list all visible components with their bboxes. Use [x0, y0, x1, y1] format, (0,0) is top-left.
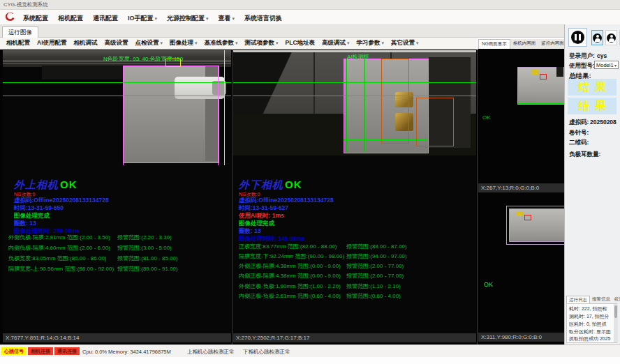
- measurement-value: 隔膜宽度-上:90.56mm 范围:(88.00 - 92.00): [8, 265, 114, 273]
- view-separator: [232, 50, 232, 344]
- user-login-button[interactable]: [591, 30, 603, 45]
- reference-line-green: [3, 63, 231, 64]
- cpu-memory-readout: Cpu: 0.0% Memory: 3424.41796875M: [82, 349, 171, 355]
- pixel-coords-readout: X:311,Y:980;R:0;G:0;B:0: [478, 333, 564, 342]
- toolbar-item-plc-address-table[interactable]: PLC地址表: [282, 39, 319, 47]
- block-notch: [556, 67, 563, 77]
- tab-ng-display[interactable]: NG画面显示: [478, 39, 510, 49]
- measurement-row: 内侧负极-隔膜:4.60mm 范围:(2.00 - 6.00) 报警范围:(3.…: [3, 244, 231, 252]
- menu-item-comm-config[interactable]: 通讯配置: [89, 13, 121, 24]
- measurement-value: 负极宽度:83.05mm 范围:(80.00 - 86.00): [8, 255, 107, 262]
- measurement-value: 外侧负极-隔膜:2.91mm 范围:(2.00 - 3.50): [8, 234, 110, 241]
- measure-line-green: [344, 139, 427, 140]
- toolbar-item-learning-params[interactable]: 学习参数: [353, 39, 388, 47]
- menu-items: 系统配置 相机配置 通讯配置 IO手配置 光源控制配置 查看 系统语言切换: [20, 13, 286, 24]
- mark-yellow: [531, 70, 538, 75]
- pause-icon: [571, 31, 584, 44]
- qr-code-label: 二维码:: [569, 139, 589, 147]
- result-box-bottom: 结果: [568, 98, 617, 114]
- operator-icon: [607, 33, 616, 43]
- camera-view-bottom[interactable]: AI检测框 外下相机OK NG次数:0 虚拟码:Offline202502081…: [233, 50, 476, 343]
- app-window: CYG-视觉检测系统 系统配置 相机配置 通讯配置 IO手配置 光源控制配置 查…: [0, 0, 620, 364]
- measure-vline-green: [346, 59, 347, 152]
- measurement-row: 内侧正极-隔膜:4.38mm 范围:(0.00 - 9.00) 报警范围:(2.…: [233, 272, 476, 280]
- login-user-value: cys: [597, 52, 607, 59]
- mark-yellow: [516, 211, 523, 216]
- alarm-range: 报警范围:(2.00 - 77.00): [346, 262, 404, 270]
- tab-camera-view[interactable]: 相机内画面: [510, 39, 539, 49]
- camera-view-top[interactable]: N色阶宽度: 93; 40:色阶宽度:150 外上相机OK NG次数:0 虚拟码…: [3, 50, 231, 343]
- measure-line-green: [509, 241, 563, 241]
- bottom-camera-heartbeat-text: 下相机心跳检测正常: [243, 349, 290, 356]
- camera-name: 外上相机: [14, 179, 59, 190]
- login-user-label: 登录用户:: [569, 52, 595, 61]
- toolbar-item-other-settings[interactable]: 其它设置: [388, 39, 422, 47]
- alarm-range: 报警范围:(81.00 - 85.00): [117, 255, 178, 262]
- menu-item-language-switch[interactable]: 系统语言切换: [241, 13, 286, 24]
- measurement-row: 内侧正极-负极:2.61mm 范围:(0.60 - 4.00) 报警范围:(0.…: [233, 292, 476, 301]
- side-view-2[interactable]: OK: [478, 193, 564, 333]
- model-select[interactable]: Model1: [594, 61, 619, 69]
- measure-vline-green: [364, 59, 365, 152]
- measurement-row: 负极宽度:83.05mm 范围:(80.00 - 86.00) 报警范围:(81…: [3, 255, 231, 263]
- toolbar-item-test-item-params[interactable]: 测试项参数: [242, 39, 282, 47]
- user-icon: [593, 33, 602, 43]
- side-view-1[interactable]: OK: [478, 49, 564, 183]
- side-result-text: OK: [482, 114, 491, 121]
- alarm-range: 报警范围:(83.00 - 87.00): [346, 243, 407, 250]
- measurement-value: 正极宽度:83.77mm 范围:(82.00 - 88.00): [239, 243, 337, 250]
- measurement-value: 内侧正极-负极:2.61mm 范围:(0.60 - 4.00): [239, 292, 341, 300]
- machine-seam: [313, 52, 315, 114]
- camera-result-title: 外上相机OK: [14, 179, 78, 192]
- measurement-row: 隔膜宽度-下:92.24mm 范围:(90.00 - 98.00) 报警范围:(…: [233, 252, 476, 261]
- alarm-range: 报警范围:(3.00 - 5.00): [117, 244, 172, 252]
- toolbar-item-camera-config[interactable]: 相机配置: [3, 39, 34, 47]
- toolbar-item-baseline-params[interactable]: 基准线参数: [201, 39, 242, 47]
- measurement-row: 正极宽度:83.77mm 范围:(82.00 - 88.00) 报警范围:(83…: [233, 243, 476, 251]
- model-label: 使用型号:: [569, 62, 595, 70]
- operator-button[interactable]: [605, 30, 617, 45]
- menu-item-camera-config[interactable]: 相机配置: [54, 13, 87, 24]
- pixel-coords-readout: X:267,Y:13;R:0;G:0;B:0: [478, 183, 564, 192]
- toolbar-item-advanced-settings[interactable]: 高级设置: [101, 39, 132, 47]
- status-bar: 心跳信号 相机连接 通讯连接 Cpu: 0.0% Memory: 3424.41…: [0, 344, 620, 357]
- machine-part: [42, 66, 123, 79]
- negative-tab-count-label: 负极耳数量:: [569, 151, 600, 159]
- measurement-value: 外侧正极-隔膜:4.38mm 范围:(0.00 - 9.00): [239, 262, 341, 270]
- menu-item-view[interactable]: 查看: [215, 13, 239, 24]
- measurement-value: 内侧负极-隔膜:4.60mm 范围:(2.00 - 6.00): [8, 244, 110, 252]
- view-separator: [477, 50, 478, 344]
- heartbeat-status-badge: 心跳信号: [1, 347, 27, 355]
- pause-button[interactable]: [568, 28, 587, 47]
- alarm-range: 报警范围:(1.10 - 2.10): [346, 282, 401, 290]
- measure-line-green: [3, 82, 231, 83]
- toolbar-item-advanced-debug[interactable]: 高级调试: [318, 39, 353, 47]
- view-tab-bar: 运行图像: [0, 25, 564, 38]
- menu-item-system-config[interactable]: 系统配置: [20, 13, 52, 24]
- alarm-range: 报警范围:(0.60 - 4.00): [346, 292, 401, 300]
- camera-name: 外下相机: [239, 179, 283, 190]
- toolbar-item-camera-debug[interactable]: 相机调试: [71, 39, 101, 47]
- measurement-value: 隔膜宽度-下:92.24mm 范围:(90.00 - 98.00): [239, 252, 344, 260]
- tab-run-image[interactable]: 运行图像: [2, 26, 38, 38]
- menu-item-io-config[interactable]: IO手配置: [124, 13, 161, 24]
- log-scrollbar-thumb[interactable]: [614, 305, 617, 318]
- alarm-range: 报警范围:(2.00 - 77.00): [346, 272, 404, 280]
- virtual-code-value: 20250208: [590, 119, 617, 126]
- result-ok-badge: OK: [60, 179, 78, 190]
- top-camera-heartbeat-text: 上相机心跳检测正常: [187, 349, 235, 356]
- measurement-value: 内侧正极-隔膜:4.38mm 范围:(0.00 - 9.00): [239, 272, 341, 280]
- menu-bar: 系统配置 相机配置 通讯配置 IO手配置 光源控制配置 查看 系统语言切换: [0, 10, 620, 25]
- alarm-range: 报警范围:(2.20 - 3.30): [117, 234, 172, 241]
- menu-item-light-control-config[interactable]: 光源控制配置: [163, 13, 212, 24]
- toolbar-item-spot-check[interactable]: 点检设置: [132, 39, 167, 47]
- pixel-coords-readout: X:7677,Y:891;R:14;G:14;B:14: [3, 333, 231, 342]
- overlay-ai-label: AI检测框: [347, 53, 369, 61]
- toolbar-item-image-processing[interactable]: 图像处理: [166, 39, 201, 47]
- tab-monitor-view[interactable]: 监控内画面: [538, 39, 567, 49]
- measure-line-green: [517, 103, 563, 104]
- toolbar-item-ai-usage-config[interactable]: AI使用配置: [34, 39, 71, 47]
- measurement-row: 隔膜宽度-上:90.56mm 范围:(88.00 - 92.00) 报警范围:(…: [3, 265, 231, 273]
- log-scrollbar[interactable]: [614, 304, 618, 342]
- log-output: 耗时: 222, 拍照检测耗时: 17, 拍照分区耗时: 0, 拍照抓取分区耗时…: [566, 303, 617, 343]
